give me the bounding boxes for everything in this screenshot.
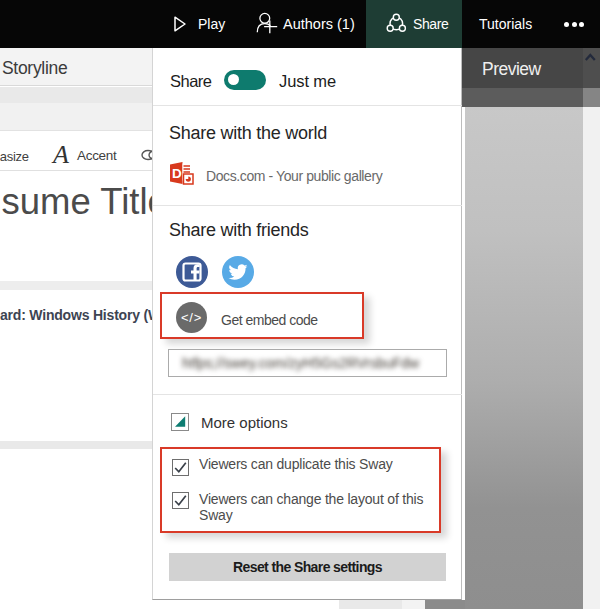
svg-text:D: D [172, 166, 182, 181]
